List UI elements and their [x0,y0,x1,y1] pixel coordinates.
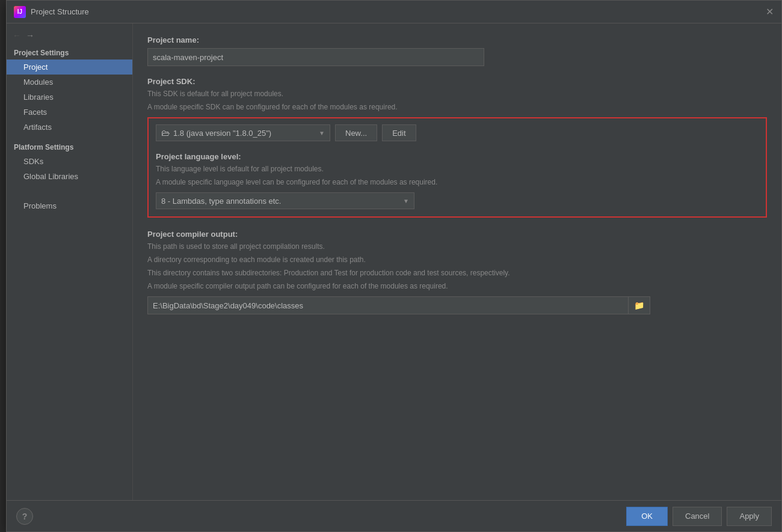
language-level-value: 8 - Lambdas, type annotations etc. [161,197,281,206]
sdk-dropdown-arrow: ▼ [319,130,325,136]
sidebar-item-artifacts[interactable]: Artifacts [7,120,132,135]
language-level-dropdown[interactable]: 8 - Lambdas, type annotations etc. ▼ [156,192,414,209]
dialog-overlay: IJ Project Structure ✕ ← → Project Setti… [6,0,782,532]
nav-forward-button[interactable]: → [26,31,34,40]
dialog-title: Project Structure [31,7,765,16]
sidebar-item-facets[interactable]: Facets [7,105,132,120]
sdk-dropdown[interactable]: 🗁 1.8 (java version "1.8.0_25") ▼ [156,124,330,141]
output-path-row: 📁 [147,296,767,314]
project-sdk-label: Project SDK: [147,77,767,86]
sidebar: ← → Project Settings Project Modules Lib… [7,23,133,500]
sdk-row: 🗁 1.8 (java version "1.8.0_25") ▼ New...… [156,124,759,141]
compiler-desc3: This directory contains two subdirectori… [147,268,767,278]
lang-desc2: A module specific language level can be … [156,177,759,188]
bottom-actions: OK Cancel Apply [626,507,772,526]
project-name-input[interactable] [147,48,484,66]
section-divider-2 [7,184,132,189]
compiler-desc4: A module specific compiler output path c… [147,281,767,292]
compiler-desc2: A directory corresponding to each module… [147,254,767,265]
sidebar-item-problems[interactable]: Problems [7,198,132,213]
project-language-label: Project language level: [156,152,759,161]
platform-settings-header: Platform Settings [7,139,132,154]
close-button[interactable]: ✕ [765,7,774,17]
cancel-button[interactable]: Cancel [673,507,722,526]
sidebar-item-sdks[interactable]: SDKs [7,154,132,169]
left-edge [0,0,6,532]
title-bar: IJ Project Structure ✕ [7,1,781,23]
browse-folder-button[interactable]: 📁 [629,296,650,314]
compiler-section: Project compiler output: This path is us… [147,230,767,314]
compiler-desc1: This path is used to store all project c… [147,241,767,252]
sdk-desc2: A module specific SDK can be configured … [147,102,767,112]
sidebar-item-libraries[interactable]: Libraries [7,90,132,105]
project-name-label: Project name: [147,35,767,44]
sidebar-item-project[interactable]: Project [7,60,132,75]
sdk-language-section: 🗁 1.8 (java version "1.8.0_25") ▼ New...… [147,117,767,218]
help-button[interactable]: ? [16,508,33,525]
folder-icon: 📁 [634,301,644,310]
lang-desc1: This language level is default for all p… [156,164,759,174]
content-area: Project name: Project SDK: This SDK is d… [133,23,781,500]
sdk-folder-icon: 🗁 [161,128,170,138]
compiler-output-input[interactable] [147,296,629,314]
project-structure-dialog: IJ Project Structure ✕ ← → Project Setti… [6,0,782,532]
ok-button[interactable]: OK [626,507,668,526]
sidebar-item-modules[interactable]: Modules [7,75,132,90]
nav-arrows: ← → [7,28,132,45]
sdk-new-button[interactable]: New... [335,124,377,141]
project-settings-header: Project Settings [7,45,132,60]
compiler-output-label: Project compiler output: [147,230,767,239]
sdk-desc1: This SDK is default for all project modu… [147,88,767,99]
sdk-value: 1.8 (java version "1.8.0_25") [173,129,315,138]
apply-button[interactable]: Apply [727,507,772,526]
sdk-edit-button[interactable]: Edit [382,124,416,141]
nav-back-button[interactable]: ← [13,31,21,40]
lang-dropdown-arrow: ▼ [403,198,409,204]
section-divider [7,135,132,139]
bottom-bar: ? OK Cancel Apply [7,500,781,531]
sidebar-item-global-libraries[interactable]: Global Libraries [7,169,132,184]
main-content: ← → Project Settings Project Modules Lib… [7,23,781,500]
app-icon: IJ [14,6,26,18]
